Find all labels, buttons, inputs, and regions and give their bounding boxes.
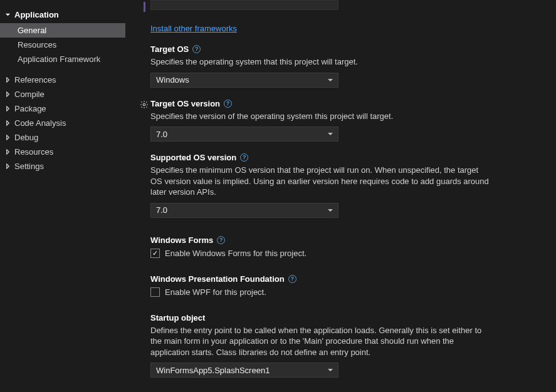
winforms-label: Windows Forms [150,235,213,245]
supported-os-version-label: Supported OS version [150,153,236,162]
chevron-down-icon [5,12,11,18]
wpf-checkbox-label: Enable WPF for this project. [165,287,266,297]
startup-object-desc: Defines the entry point to be called whe… [150,325,489,358]
chevron-right-icon [5,106,11,111]
supported-os-version-select[interactable]: 7.0 [150,203,338,218]
target-os-version-desc: Specifies the version of the operating s… [150,111,489,122]
target-os-label: Target OS [150,44,189,54]
main-panel: Install other frameworks Target OS ? Spe… [125,0,556,392]
sidebar-item-general[interactable]: General [0,23,125,38]
sidebar-item-package[interactable]: Package [0,101,125,116]
section-indicator [144,2,145,12]
startup-object-select[interactable]: WinFormsApp5.SplashScreen1 [150,363,338,378]
sidebar-item-application-framework[interactable]: Application Framework [0,52,125,68]
wpf-checkbox[interactable] [150,287,160,297]
sidebar-item-settings[interactable]: Settings [0,159,125,173]
gear-icon [140,100,149,109]
help-icon[interactable]: ? [224,100,232,108]
sidebar-item-code-analysis[interactable]: Code Analysis [0,116,125,130]
target-os-version-label: Target OS version [150,99,220,108]
target-os-version-select[interactable]: 7.0 [150,126,338,142]
help-icon[interactable]: ? [192,45,201,53]
winforms-checkbox-label: Enable Windows Forms for this project. [165,249,307,258]
winforms-checkbox[interactable] [150,249,160,258]
chevron-right-icon [5,135,11,140]
chevron-right-icon [5,149,11,155]
help-icon[interactable]: ? [240,153,248,162]
sidebar-item-debug[interactable]: Debug [0,130,125,145]
sidebar-item-resources[interactable]: Resources [0,38,125,52]
help-icon[interactable]: ? [288,275,296,283]
chevron-right-icon [5,91,11,97]
sidebar-children: General Resources Application Framework [0,23,125,68]
sidebar: Application General Resources Applicatio… [0,0,125,392]
startup-object-label: Startup object [150,313,205,322]
target-framework-select[interactable] [150,0,338,10]
install-frameworks-link[interactable]: Install other frameworks [150,24,237,33]
sidebar-item-resources-top[interactable]: Resources [0,145,125,159]
help-icon[interactable]: ? [217,236,225,244]
sidebar-section-application[interactable]: Application [0,8,125,23]
wpf-label: Windows Presentation Foundation [150,274,285,284]
sidebar-item-compile[interactable]: Compile [0,87,125,101]
sidebar-item-references[interactable]: References [0,73,125,87]
chevron-right-icon [5,120,11,126]
chevron-right-icon [5,77,11,83]
target-os-select[interactable]: Windows [150,73,338,88]
chevron-right-icon [5,163,11,169]
target-os-desc: Specifies the operating system that this… [150,56,489,68]
svg-point-0 [143,103,145,106]
supported-os-version-desc: Specifies the minimum OS version that th… [150,165,489,198]
sidebar-section-label: Application [14,10,59,19]
